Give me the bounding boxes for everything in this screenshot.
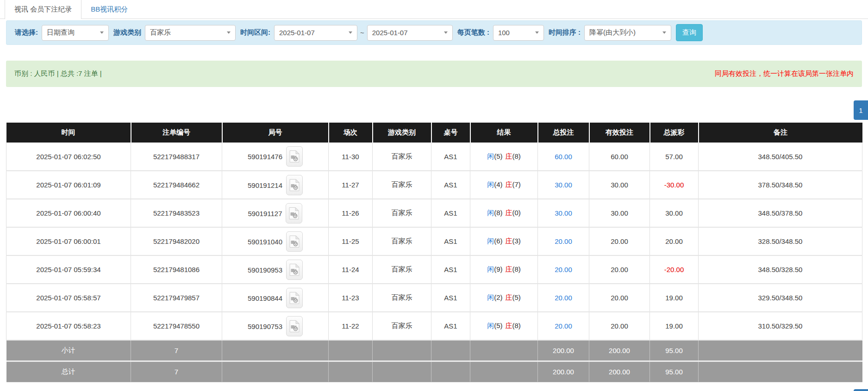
game-type-select[interactable]: 百家乐: [145, 25, 236, 41]
tab-video-bet-records[interactable]: 视讯 会员下注纪录: [5, 0, 81, 19]
header-table-no: 桌号: [431, 123, 470, 143]
header-valid-bet: 有效投注: [589, 123, 650, 143]
chevron-down-icon: [439, 25, 452, 40]
header-remark: 备注: [699, 123, 862, 143]
cell-game-type: 百家乐: [373, 227, 431, 255]
cell-table-no: AS1: [431, 227, 470, 255]
header-total-bet: 总投注: [538, 123, 589, 143]
header-round-id: 局号: [222, 123, 329, 143]
result-player-label: 闲: [487, 237, 494, 245]
cell-result: 闲(2)庄(5): [470, 284, 538, 312]
cell-valid-bet: 60.00: [589, 143, 650, 171]
cell-round-id: 590191214: [222, 171, 329, 199]
result-banker-label: 庄: [506, 293, 512, 301]
per-page-select[interactable]: 100: [493, 25, 544, 41]
total-bet-link[interactable]: 20.00: [555, 237, 572, 245]
film-reel-icon: [289, 150, 300, 163]
total-count: 7: [131, 361, 222, 382]
cell-session: 11-27: [329, 171, 373, 199]
query-type-select[interactable]: 日期查询: [42, 25, 109, 41]
cell-game-type: 百家乐: [373, 255, 431, 284]
time-range-label: 时间区间:: [240, 28, 270, 37]
subtotal-total-bet: 200.00: [538, 340, 589, 361]
cell-time: 2025-01-07 06:01:09: [6, 171, 131, 199]
chevron-down-icon: [344, 25, 357, 40]
result-banker-label: 庄: [506, 265, 512, 273]
result-player-label: 闲: [487, 265, 494, 273]
sort-order-label: 时间排序 :: [549, 28, 581, 37]
date-to-select[interactable]: 2025-01-07: [367, 25, 453, 41]
tab-bb-video-points[interactable]: BB视讯积分: [81, 0, 137, 19]
cell-round-id: 590191040: [222, 227, 329, 255]
cell-time: 2025-01-07 06:00:40: [6, 199, 131, 227]
cell-game-type: 百家乐: [373, 143, 431, 171]
cell-table-no: AS1: [431, 199, 470, 227]
header-session: 场次: [329, 123, 373, 143]
video-replay-button[interactable]: [286, 231, 303, 252]
table-header: 时间 注单编号 局号 场次 游戏类别 桌号 结果 总投注 有效投注 总派彩 备注: [6, 123, 862, 143]
cell-payout: -20.00: [650, 255, 699, 284]
cell-session: 11-30: [329, 143, 373, 171]
cell-round-id: 590190844: [222, 284, 329, 312]
film-reel-icon: [289, 320, 300, 333]
cell-table-no: AS1: [431, 312, 470, 340]
cell-remark: 348.50/378.50: [699, 199, 862, 227]
currency-total-summary: 币别 : 人民币 | 总共 :7 注单 |: [14, 69, 102, 78]
total-bet-link[interactable]: 20.00: [555, 294, 572, 302]
search-button[interactable]: 查询: [676, 24, 703, 41]
cell-valid-bet: 20.00: [589, 255, 650, 284]
header-game-type: 游戏类别: [373, 123, 431, 143]
round-id-text: 590191127: [248, 209, 282, 217]
table-row: 2025-01-07 05:58:23 522179478550 5901907…: [6, 312, 862, 340]
cell-total-bet: 20.00: [538, 255, 589, 284]
film-reel-icon: [289, 263, 300, 276]
cell-time: 2025-01-07 05:58:57: [6, 284, 131, 312]
cell-time: 2025-01-07 06:00:01: [6, 227, 131, 255]
cell-session: 11-26: [329, 199, 373, 227]
total-bet-link[interactable]: 20.00: [555, 322, 572, 330]
cell-bet-id: 522179488317: [131, 143, 222, 171]
cell-bet-id: 522179483523: [131, 199, 222, 227]
cell-valid-bet: 20.00: [589, 227, 650, 255]
result-player-label: 闲: [487, 180, 494, 188]
cell-session: 11-22: [329, 312, 373, 340]
total-bet-link[interactable]: 20.00: [555, 266, 572, 273]
result-banker-label: 庄: [506, 322, 512, 329]
total-bet-link[interactable]: 60.00: [555, 153, 572, 161]
cell-remark: 328.50/348.50: [699, 227, 862, 255]
result-player-label: 闲: [487, 209, 494, 217]
video-replay-button[interactable]: [286, 260, 303, 280]
cell-result: 闲(9)庄(8): [470, 255, 538, 284]
total-row: 总计 7 200.00 200.00 95.00: [6, 361, 862, 382]
cell-result: 闲(4)庄(7): [470, 171, 538, 199]
chevron-down-icon: [658, 25, 671, 40]
date-from-select[interactable]: 2025-01-07: [274, 25, 357, 41]
cell-result: 闲(5)庄(8): [470, 312, 538, 340]
total-bet-link[interactable]: 30.00: [555, 209, 572, 217]
header-time: 时间: [6, 123, 131, 143]
sort-order-select[interactable]: 降幂(由大到小): [584, 25, 671, 41]
total-bet-link[interactable]: 30.00: [555, 181, 572, 189]
video-replay-button[interactable]: [286, 146, 303, 167]
cell-round-id: 590190953: [222, 255, 329, 284]
film-reel-icon: [289, 292, 300, 304]
pagination-page-1[interactable]: 1: [854, 100, 868, 120]
video-replay-button[interactable]: [286, 175, 303, 195]
pagination-page-1-partial[interactable]: [854, 389, 868, 391]
table-row: 2025-01-07 05:59:34 522179481086 5901909…: [6, 255, 862, 284]
query-type-label: 请选择:: [15, 28, 38, 37]
total-valid-bet: 200.00: [589, 361, 650, 382]
tab-label: BB视讯积分: [91, 5, 128, 14]
video-replay-button[interactable]: [286, 316, 303, 336]
subtotal-label: 小计: [6, 340, 131, 361]
video-replay-button[interactable]: [286, 203, 302, 223]
film-reel-icon: [289, 179, 300, 192]
result-banker-label: 庄: [506, 237, 512, 245]
summary-bar: 币别 : 人民币 | 总共 :7 注单 | 同局有效投注，统一计算在该局第一张注…: [6, 61, 862, 87]
same-round-note: 同局有效投注，统一计算在该局第一张注单内: [715, 69, 854, 78]
cell-table-no: AS1: [431, 284, 470, 312]
cell-table-no: AS1: [431, 171, 470, 199]
tab-bar: 视讯 会员下注纪录 BB视讯积分: [0, 0, 868, 19]
video-replay-button[interactable]: [286, 288, 303, 308]
pagination-row: 1: [0, 100, 868, 120]
